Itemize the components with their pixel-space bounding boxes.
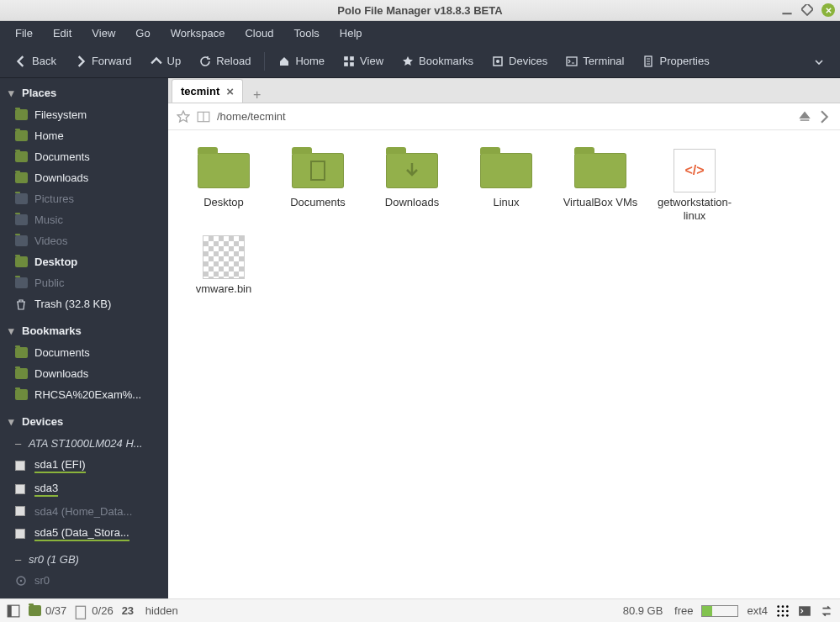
sidebar-place-desktop[interactable]: Desktop — [0, 251, 168, 272]
menu-help[interactable]: Help — [331, 24, 371, 43]
sidebar-partition[interactable]: sda4 (Home_Data... — [0, 501, 168, 522]
file-item[interactable]: Desktop — [180, 145, 267, 229]
svg-rect-25 — [799, 606, 811, 615]
reload-button[interactable]: Reload — [191, 50, 259, 72]
svg-point-21 — [786, 609, 789, 612]
forward-button[interactable]: Forward — [66, 50, 140, 72]
minimize-button[interactable] — [781, 4, 793, 16]
sidebar-partition[interactable]: sda1 (EFI) — [0, 454, 168, 477]
status-free-space: 80.9 GB free — [623, 604, 694, 617]
folder-icon — [15, 172, 28, 183]
folder-icon — [15, 347, 28, 358]
file-label: Desktop — [203, 196, 244, 209]
devices-button[interactable]: Devices — [483, 50, 556, 72]
status-grid-icon[interactable] — [776, 604, 790, 618]
menu-tools[interactable]: Tools — [285, 24, 327, 43]
menu-workspace[interactable]: Workspace — [162, 24, 234, 43]
sidebar-bookmark[interactable]: Downloads — [0, 363, 168, 384]
svg-point-17 — [782, 605, 785, 608]
icon-view[interactable]: DesktopDocumentsDownloadsLinuxVirtualBox… — [168, 130, 840, 598]
sidebar-devices-header[interactable]: ▾Devices — [0, 410, 168, 433]
eject-icon[interactable] — [798, 110, 811, 124]
maximize-button[interactable] — [801, 4, 813, 16]
sidebar-place-filesystem[interactable]: Filesystem — [0, 104, 168, 125]
dual-pane-icon[interactable] — [197, 110, 210, 124]
up-button[interactable]: Up — [142, 50, 190, 72]
sidebar-place-documents[interactable]: Documents — [0, 146, 168, 167]
menu-cloud[interactable]: Cloud — [236, 24, 282, 43]
sidebar-cdrom-group[interactable]: –sr0 (1 GB) — [0, 549, 168, 570]
menu-view[interactable]: View — [83, 24, 124, 43]
tab-tecmint[interactable]: tecmint × — [172, 79, 243, 103]
home-button[interactable]: Home — [270, 50, 333, 72]
sidebar-place-public[interactable]: Public — [0, 272, 168, 293]
svg-rect-0 — [801, 4, 813, 15]
bookmark-icon[interactable] — [177, 110, 190, 124]
file-icon — [75, 605, 87, 616]
file-item[interactable]: Downloads — [368, 145, 456, 229]
folder-icon — [15, 109, 28, 120]
sidebar-bookmarks-header[interactable]: ▾Bookmarks — [0, 319, 168, 342]
sidebar-partition[interactable]: sda3 — [0, 477, 168, 501]
reload-icon — [199, 55, 211, 67]
file-item[interactable]: VirtualBox VMs — [557, 145, 644, 229]
cdrom-icon — [15, 575, 28, 586]
folder-icon — [386, 153, 438, 188]
svg-rect-7 — [567, 57, 577, 66]
home-label: Home — [295, 55, 325, 67]
sidebar-place-home[interactable]: Home — [0, 125, 168, 146]
sidebar-place-music[interactable]: Music — [0, 209, 168, 230]
file-item[interactable]: Linux — [462, 145, 550, 229]
svg-point-10 — [20, 580, 22, 582]
menu-file[interactable]: File — [7, 24, 41, 43]
sidebar-places-header[interactable]: ▾Places — [0, 82, 168, 104]
file-item[interactable]: vmware.bin — [180, 232, 267, 301]
file-item[interactable]: </>getworkstation-linux — [651, 145, 738, 229]
tab-close-button[interactable]: × — [226, 85, 234, 98]
arrow-left-icon — [15, 55, 27, 67]
file-item[interactable]: Documents — [274, 145, 362, 229]
view-button[interactable]: View — [335, 50, 392, 72]
sidebar-cdrom[interactable]: sr0 — [0, 570, 168, 591]
svg-rect-4 — [350, 62, 354, 66]
toolbar: Back Forward Up Reload Home View Bookmar… — [0, 45, 840, 78]
grid-icon — [343, 55, 355, 67]
partition-icon — [15, 506, 28, 517]
menu-go[interactable]: Go — [127, 24, 158, 43]
folder-icon — [15, 277, 28, 288]
svg-rect-3 — [344, 62, 348, 66]
file-label: vmware.bin — [196, 282, 251, 296]
toolbar-overflow-button[interactable] — [805, 50, 833, 72]
terminal-label: Terminal — [583, 55, 624, 67]
arrow-right-icon — [75, 55, 87, 67]
status-terminal-icon[interactable] — [798, 604, 811, 618]
bookmarks-button[interactable]: Bookmarks — [394, 50, 482, 72]
sidebar-place-downloads[interactable]: Downloads — [0, 167, 168, 188]
close-button[interactable] — [822, 3, 835, 17]
sidebar-trash[interactable]: Trash (32.8 KB) — [0, 293, 168, 314]
menu-edit[interactable]: Edit — [45, 24, 80, 43]
folder-icon — [292, 153, 344, 188]
middle-toolbar-icon[interactable] — [7, 604, 20, 618]
sidebar-bookmark[interactable]: RHCSA%20Exam%... — [0, 384, 168, 405]
properties-button[interactable]: Properties — [634, 50, 717, 72]
sidebar-partition[interactable]: sda5 (Data_Stora... — [0, 522, 168, 546]
folder-icon — [15, 130, 28, 141]
terminal-button[interactable]: Terminal — [557, 50, 632, 72]
folder-icon — [574, 153, 626, 188]
file-label: getworkstation-linux — [652, 196, 737, 224]
back-button[interactable]: Back — [7, 50, 65, 72]
new-tab-button[interactable]: + — [243, 87, 271, 103]
status-swap-icon[interactable] — [820, 604, 833, 618]
sidebar-device-group[interactable]: –ATA ST1000LM024 H... — [0, 433, 168, 454]
status-hidden: 23 hidden — [122, 604, 178, 617]
sidebar-place-pictures[interactable]: Pictures — [0, 188, 168, 209]
svg-point-24 — [786, 614, 789, 617]
current-path[interactable]: /home/tecmint — [217, 110, 286, 123]
svg-rect-2 — [350, 56, 354, 61]
forward-label: Forward — [92, 55, 132, 67]
sidebar-place-videos[interactable]: Videos — [0, 230, 168, 251]
go-icon[interactable] — [818, 110, 832, 124]
devices-icon — [492, 55, 504, 67]
sidebar-bookmark[interactable]: Documents — [0, 342, 168, 363]
